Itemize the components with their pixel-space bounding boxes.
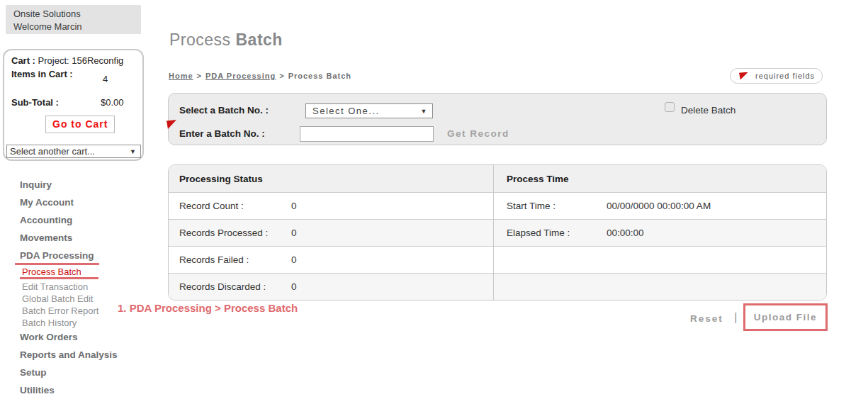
batch-form-panel: Select a Batch No. : Select One... ▼ Ent…: [168, 93, 827, 145]
cart-label: Cart :: [11, 55, 35, 66]
processing-status-header: Processing Status: [169, 165, 493, 192]
upload-file-button[interactable]: Upload File: [754, 312, 817, 322]
sidebar-item-pda-processing[interactable]: PDA Processing: [20, 251, 147, 261]
table-row: Records Processed : 0 Elapsed Time : 00:…: [169, 219, 826, 246]
annotation-underline-pda-processing: [15, 263, 99, 265]
items-in-cart-value: 4: [103, 74, 108, 84]
records-failed-label: Records Failed :: [179, 254, 291, 265]
table-header-row: Processing Status Process Time: [169, 165, 826, 192]
breadcrumb: Home>PDA Processing>Process Batch: [169, 72, 351, 80]
cart-project-value: Project: 156Reconfig: [38, 55, 124, 66]
page-title: Process Batch: [169, 30, 283, 50]
elapsed-time-value: 00:00:00: [607, 228, 644, 238]
org-name: Onsite Solutions: [13, 8, 141, 21]
sidebar-item-movements[interactable]: Movements: [20, 233, 147, 243]
chevron-down-icon: ▼: [130, 148, 136, 155]
processing-status-table: Processing Status Process Time Record Co…: [168, 164, 827, 301]
breadcrumb-separator: >: [279, 72, 284, 80]
sidebar-item-process-batch[interactable]: Process Batch: [22, 267, 147, 277]
records-processed-value: 0: [291, 228, 297, 238]
breadcrumb-current: Process Batch: [288, 72, 351, 80]
subtotal-label: Sub-Total :: [11, 97, 59, 108]
records-discarded-label: Records Discarded :: [179, 281, 291, 292]
sidebar-item-batch-history[interactable]: Batch History: [22, 318, 147, 328]
action-separator: |: [734, 310, 737, 325]
sidebar-item-my-account[interactable]: My Account: [20, 198, 147, 208]
cart-project-line: Cart : Project: 156Reconfig: [11, 55, 123, 66]
go-to-cart-button[interactable]: Go to Cart: [45, 116, 115, 133]
annotation-step-text: 1. PDA Processing > Process Batch: [118, 302, 298, 314]
sidebar-item-setup[interactable]: Setup: [20, 368, 147, 378]
table-row: Record Count : 0 Start Time : 00/00/0000…: [169, 192, 826, 219]
chevron-down-icon: ▼: [421, 108, 428, 115]
start-time-label: Start Time :: [507, 201, 607, 211]
breadcrumb-pda-processing[interactable]: PDA Processing: [205, 72, 276, 80]
required-fields-badge: required fields: [730, 68, 823, 84]
process-time-header: Process Time: [493, 165, 826, 192]
record-count-value: 0: [291, 201, 297, 211]
batch-number-input[interactable]: [300, 126, 434, 142]
reset-button[interactable]: Reset: [690, 313, 723, 324]
breadcrumb-separator: >: [197, 72, 202, 80]
records-failed-value: 0: [291, 254, 297, 265]
cart-panel: Cart : Project: 156Reconfig Items in Car…: [3, 49, 144, 161]
items-in-cart-label: Items in Cart :: [11, 69, 82, 79]
record-count-label: Record Count :: [179, 201, 291, 211]
sidebar-item-inquiry[interactable]: Inquiry: [20, 180, 147, 190]
sidebar-item-reports-and-analysis[interactable]: Reports and Analysis: [20, 350, 147, 360]
records-processed-label: Records Processed :: [179, 228, 291, 238]
batch-number-dropdown-value: Select One...: [312, 106, 380, 116]
page-title-bold: Batch: [235, 30, 282, 49]
welcome-message: Welcome Marcin: [13, 21, 141, 33]
select-batch-label: Select a Batch No. :: [179, 105, 269, 116]
table-row: Records Discarded : 0: [169, 273, 826, 300]
welcome-box: Onsite Solutions Welcome Marcin: [6, 5, 141, 34]
start-time-value: 00/00/0000 00:00:00 AM: [607, 201, 711, 211]
sidebar-item-utilities[interactable]: Utilities: [20, 386, 147, 395]
sidebar-menu: Inquiry My Account Accounting Movements …: [20, 180, 147, 403]
required-flag-icon: [739, 72, 748, 80]
select-another-cart-dropdown[interactable]: Select another cart... ▼: [6, 145, 141, 158]
sidebar-item-work-orders[interactable]: Work Orders: [20, 332, 147, 342]
select-another-cart-value: Select another cart...: [10, 146, 95, 157]
required-flag-icon: [167, 120, 176, 129]
page-title-normal: Process: [169, 30, 235, 49]
records-discarded-value: 0: [291, 281, 297, 292]
annotation-highlight-box: Upload File: [743, 303, 828, 331]
delete-batch-label: Delete Batch: [681, 105, 735, 116]
batch-number-dropdown[interactable]: Select One... ▼: [305, 103, 433, 118]
sidebar-item-edit-transaction[interactable]: Edit Transaction: [22, 282, 147, 292]
breadcrumb-home[interactable]: Home: [169, 72, 193, 80]
required-fields-label: required fields: [755, 72, 815, 80]
delete-batch-checkbox[interactable]: [665, 102, 675, 112]
subtotal-value: $0.00: [101, 97, 124, 108]
enter-batch-label: Enter a Batch No. :: [179, 128, 265, 139]
annotation-underline-process-batch: [20, 277, 98, 279]
elapsed-time-label: Elapsed Time :: [507, 228, 607, 238]
sidebar-item-accounting[interactable]: Accounting: [20, 215, 147, 225]
get-record-button[interactable]: Get Record: [447, 128, 509, 139]
table-row: Records Failed : 0: [169, 246, 826, 273]
